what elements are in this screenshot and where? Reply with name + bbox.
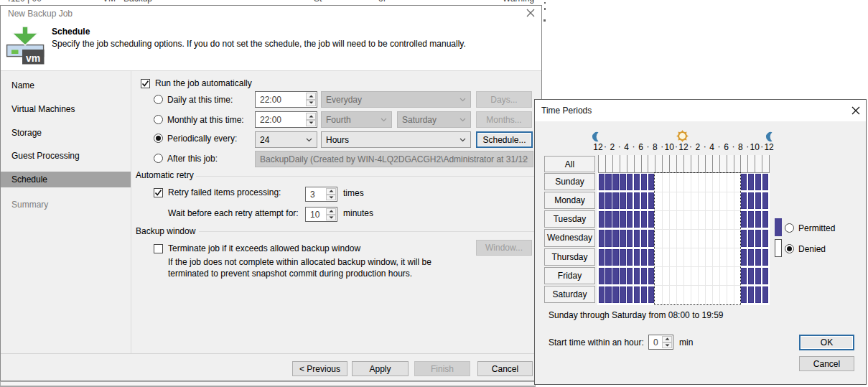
svg-text:vm: vm <box>26 52 40 64</box>
